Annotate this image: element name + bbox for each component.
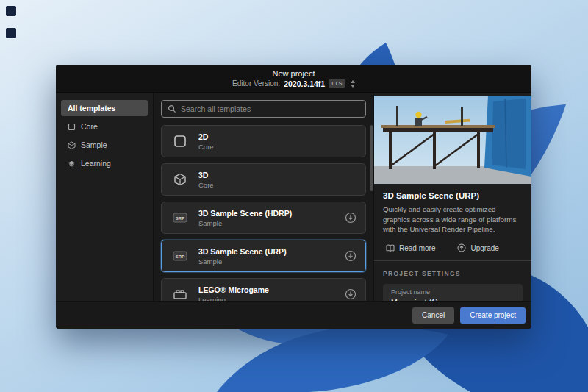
lego-template-icon (171, 285, 190, 301)
download-icon[interactable] (345, 250, 356, 262)
template-subtitle: Sample (198, 219, 336, 227)
sidebar-item-core[interactable]: Core (61, 118, 148, 135)
project-settings-label: PROJECT SETTINGS (383, 270, 523, 277)
2d-template-icon (171, 132, 190, 151)
project-name-label: Project name (391, 288, 514, 296)
template-text: 3D Sample Scene (URP) Sample (198, 247, 336, 266)
upgrade-link[interactable]: Upgrade (457, 243, 498, 252)
template-category-sidebar: All templates Core Sample Learning (56, 93, 153, 301)
list-scrollbar[interactable] (370, 125, 373, 191)
dialog-title: New project (272, 69, 315, 78)
details-title: 3D Sample Scene (URP) (383, 191, 523, 200)
desktop-background: New project Editor Version: 2020.3.14f1 … (0, 0, 588, 392)
template-card-urp[interactable]: SRP 3D Sample Scene (URP) Sample (161, 240, 366, 272)
template-title: 3D Sample Scene (HDRP) (198, 209, 336, 218)
template-title: LEGO® Microgame (198, 285, 336, 294)
book-icon (386, 244, 395, 252)
search-input[interactable] (181, 104, 359, 113)
new-project-dialog: New project Editor Version: 2020.3.14f1 … (56, 65, 531, 329)
editor-version-row: Editor Version: 2020.3.14f1 LTS (232, 79, 355, 88)
template-card-2d[interactable]: 2D Core (161, 125, 366, 157)
srp-template-icon: SRP (171, 208, 190, 227)
template-preview-image (374, 96, 531, 184)
sidebar-item-label: Core (81, 122, 98, 131)
search-box[interactable] (161, 100, 366, 118)
template-list-column: 2D Core 3D Core (153, 93, 374, 301)
create-project-button[interactable]: Create project (460, 307, 526, 324)
details-content: 3D Sample Scene (URP) Quickly and easily… (374, 184, 531, 301)
learning-cap-icon (68, 160, 76, 168)
editor-version-value: 2020.3.14f1 (284, 79, 325, 88)
read-more-label: Read more (399, 244, 435, 252)
template-subtitle: Core (198, 181, 356, 189)
download-icon[interactable] (345, 288, 356, 300)
search-icon (168, 104, 176, 113)
details-links: Read more Upgrade (383, 243, 523, 252)
template-card-lego[interactable]: LEGO® Microgame Learning (161, 278, 366, 301)
upgrade-icon (457, 243, 466, 252)
sidebar-item-label: All templates (68, 104, 115, 113)
lts-badge: LTS (329, 79, 345, 88)
template-text: LEGO® Microgame Learning (198, 285, 336, 302)
editor-version-label: Editor Version: (232, 79, 280, 88)
sidebar-item-all-templates[interactable]: All templates (61, 100, 148, 116)
template-details-panel: 3D Sample Scene (URP) Quickly and easily… (374, 93, 531, 301)
read-more-link[interactable]: Read more (386, 244, 435, 252)
svg-text:SRP: SRP (176, 216, 184, 221)
template-subtitle: Core (198, 143, 356, 151)
details-description: Quickly and easily create optimized grap… (383, 204, 523, 235)
cancel-button[interactable]: Cancel (412, 307, 454, 324)
upgrade-label: Upgrade (470, 244, 498, 252)
version-dropdown-icon[interactable] (351, 80, 355, 88)
dialog-header: New project Editor Version: 2020.3.14f1 … (56, 65, 531, 93)
template-title: 3D (198, 171, 356, 179)
template-subtitle: Sample (198, 257, 336, 266)
desktop-shortcut-icon[interactable] (6, 6, 16, 16)
sample-box-icon (68, 141, 76, 149)
template-subtitle: Learning (198, 296, 336, 302)
template-text: 3D Sample Scene (HDRP) Sample (198, 209, 336, 227)
dialog-body: All templates Core Sample Learning (56, 93, 531, 301)
template-cards: 2D Core 3D Core (159, 125, 368, 301)
dialog-footer: Cancel Create project (56, 301, 531, 329)
sidebar-item-label: Learning (81, 159, 111, 168)
template-text: 2D Core (198, 132, 356, 151)
template-title: 2D (198, 132, 356, 141)
desktop-shortcut-icon[interactable] (6, 28, 16, 38)
template-card-3d[interactable]: 3D Core (161, 163, 366, 196)
3d-template-icon (171, 170, 190, 189)
details-divider (374, 260, 531, 261)
template-title: 3D Sample Scene (URP) (198, 247, 336, 256)
sidebar-item-label: Sample (81, 140, 107, 149)
sidebar-item-learning[interactable]: Learning (61, 155, 148, 171)
template-text: 3D Core (198, 171, 356, 189)
srp-template-icon: SRP (171, 246, 190, 266)
download-icon[interactable] (345, 212, 356, 224)
template-card-hdrp[interactable]: SRP 3D Sample Scene (HDRP) Sample (161, 202, 366, 234)
core-cube-icon (68, 123, 76, 131)
sidebar-item-sample[interactable]: Sample (61, 137, 148, 153)
svg-text:SRP: SRP (176, 254, 184, 259)
